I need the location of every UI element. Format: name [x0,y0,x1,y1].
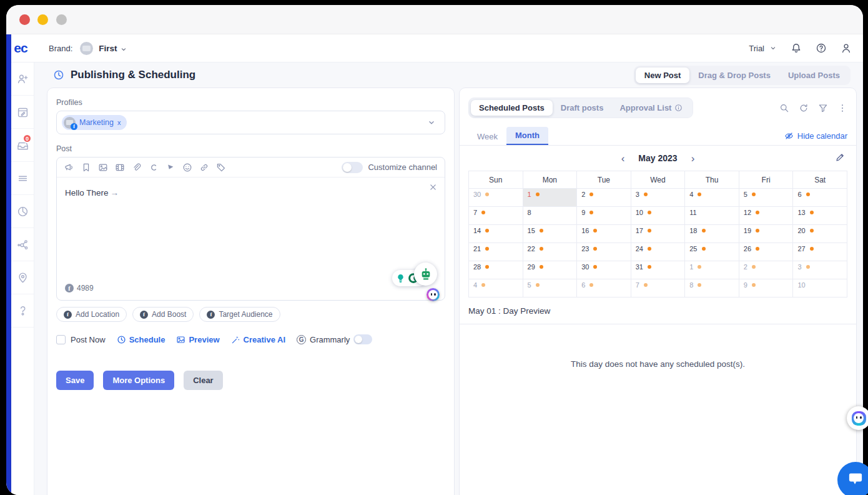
remove-profile-button[interactable]: x [117,119,121,126]
calendar-day-cell[interactable]: 4 [685,189,739,207]
calendar-day-cell[interactable]: 10 [631,207,685,225]
customize-channel-toggle[interactable] [342,162,363,173]
calendar-day-cell[interactable]: 3 [631,189,685,207]
emoji-icon[interactable] [182,162,192,172]
calendar-day-cell[interactable]: 15 [523,225,577,243]
tab-scheduled-posts[interactable]: Scheduled Posts [471,100,553,116]
ai-face-icon[interactable] [427,288,440,301]
attachment-icon[interactable] [132,162,142,172]
calendar-day-cell[interactable]: 5 [739,189,793,207]
calendar-day-cell[interactable]: 13 [793,207,847,225]
calendar-day-cell[interactable]: 1 [523,189,577,207]
tag-icon[interactable] [216,162,226,172]
calendar-day-cell[interactable]: 30 [469,189,523,207]
bookmark-icon[interactable] [81,162,91,172]
creative-ai-link[interactable]: Creative AI [231,335,285,344]
calendar-day-cell[interactable]: 21 [469,243,523,261]
megaphone-icon[interactable] [64,162,74,172]
add-location-button[interactable]: fAdd Location [56,307,127,322]
post-text-area[interactable]: Hello There→ f 4989 [57,178,445,300]
video-icon[interactable] [115,162,125,172]
plan-dropdown[interactable]: Trial [749,44,777,53]
grammarly-toggle[interactable] [353,334,372,344]
lightbulb-icon[interactable] [395,273,406,284]
close-button[interactable] [19,14,30,25]
flag-icon[interactable] [165,162,175,172]
sidebar-item-calendar-publish[interactable] [11,96,34,129]
calendar-day-cell[interactable]: 9 [739,279,793,298]
prev-month-button[interactable]: ‹ [621,153,625,164]
calendar-day-cell[interactable]: 12 [739,207,793,225]
calendar-day-cell[interactable]: 7 [631,279,685,298]
tab-week[interactable]: Week [468,128,506,145]
tab-approval-list[interactable]: Approval List [611,100,691,116]
calendar-day-cell[interactable]: 27 [793,243,847,261]
calendar-day-cell[interactable]: 14 [469,225,523,243]
calendar-day-cell[interactable]: 24 [631,243,685,261]
sidebar-item-menu-list[interactable] [11,162,34,195]
pencil-icon[interactable] [835,152,845,162]
tab-drag-drop-posts[interactable]: Drag & Drop Posts [689,68,779,83]
calendar-day-cell[interactable]: 26 [739,243,793,261]
calendar-day-cell[interactable]: 18 [685,225,739,243]
calendar-day-cell[interactable]: 8 [685,279,739,298]
maximize-button[interactable] [56,14,67,25]
sidebar-item-analytics-pie[interactable] [11,195,34,228]
calendar-day-cell[interactable]: 2 [577,189,631,207]
save-button[interactable]: Save [56,371,94,390]
calendar-day-cell[interactable]: 10 [793,279,847,298]
calendar-day-cell[interactable]: 31 [631,261,685,279]
more-options-button[interactable]: More Options [103,371,174,390]
calendar-day-cell[interactable]: 6 [793,189,847,207]
tab-month[interactable]: Month [506,127,548,145]
sidebar-item-location-pin[interactable] [11,261,34,294]
canva-icon[interactable] [149,162,159,172]
calendar-day-cell[interactable]: 6 [577,279,631,298]
minimize-button[interactable] [37,14,48,25]
calendar-day-cell[interactable]: 17 [631,225,685,243]
sidebar-item-inbox[interactable]: 0 [11,129,34,162]
post-now-checkbox[interactable] [56,335,66,344]
ai-bot-bubble[interactable] [847,406,868,430]
calendar-day-cell[interactable]: 23 [577,243,631,261]
calendar-day-cell[interactable]: 7 [469,207,523,225]
filter-icon[interactable] [818,103,828,113]
profiles-select[interactable]: f Marketing x [56,111,445,134]
add-boost-button[interactable]: fAdd Boost [132,307,194,322]
calendar-day-cell[interactable]: 28 [469,261,523,279]
sidebar-item-add-user[interactable] [11,62,34,96]
user-icon[interactable] [841,42,852,54]
image-icon[interactable] [98,162,108,172]
tab-upload-posts[interactable]: Upload Posts [779,68,849,83]
help-icon[interactable] [816,42,827,54]
link-icon[interactable] [199,162,209,172]
preview-link[interactable]: Preview [176,335,219,344]
calendar-day-cell[interactable]: 20 [793,225,847,243]
calendar-day-cell[interactable]: 4 [469,279,523,298]
sidebar-item-help-question[interactable] [11,294,34,328]
robot-assistant-button[interactable] [414,262,437,286]
calendar-day-cell[interactable]: 9 [577,207,631,225]
calendar-day-cell[interactable]: 3 [793,261,847,279]
calendar-day-cell[interactable]: 19 [739,225,793,243]
tab-new-post[interactable]: New Post [636,68,690,83]
search-icon[interactable] [779,103,789,113]
chat-button[interactable] [837,462,868,495]
schedule-link[interactable]: Schedule [117,335,165,344]
clear-button[interactable]: Clear [184,371,223,390]
sidebar-item-network-share[interactable] [11,228,34,261]
calendar-day-cell[interactable]: 29 [523,261,577,279]
calendar-day-cell[interactable]: 22 [523,243,577,261]
brand-name[interactable]: First [99,44,117,53]
refresh-icon[interactable] [799,103,809,113]
calendar-day-cell[interactable]: 5 [523,279,577,298]
kebab-icon[interactable] [837,103,847,113]
target-audience-button[interactable]: fTarget Audience [199,307,280,322]
calendar-day-cell[interactable]: 8 [523,207,577,225]
calendar-day-cell[interactable]: 16 [577,225,631,243]
close-icon[interactable] [429,182,437,191]
calendar-day-cell[interactable]: 1 [685,261,739,279]
next-month-button[interactable]: › [691,153,695,164]
bell-icon[interactable] [791,42,802,54]
calendar-day-cell[interactable]: 2 [739,261,793,279]
